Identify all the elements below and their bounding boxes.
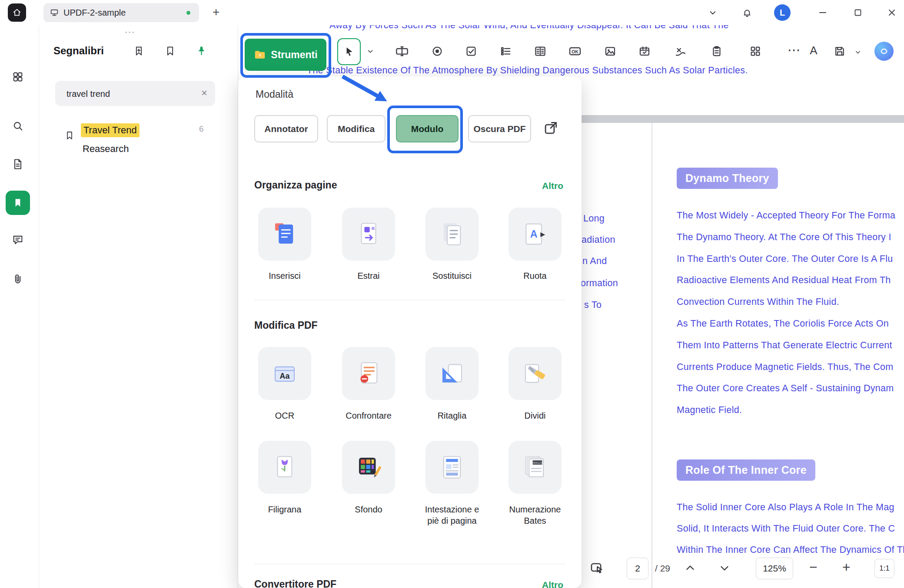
notifications-bell-icon[interactable] [738, 3, 757, 22]
modulo-highlight-box [387, 106, 463, 153]
tool-confrontare-label: Confrontare [338, 410, 399, 421]
tool-sfondo-tile[interactable] [342, 441, 395, 494]
bookmark-search-input[interactable] [66, 81, 193, 107]
save-chevron-icon[interactable] [848, 43, 867, 62]
bookmark-item-subtitle: Reasearch [83, 143, 129, 155]
clear-search-icon[interactable]: × [201, 87, 207, 99]
zoom-out-button[interactable]: − [809, 559, 818, 575]
doc-fragment: ormation [581, 278, 618, 289]
numerazione-bates-icon: 000123 [521, 453, 549, 482]
bookmarks-panel-icon-active[interactable] [6, 191, 30, 215]
convertitore-altro-link[interactable]: Altro [542, 580, 563, 588]
maximize-button[interactable] [848, 3, 867, 22]
font-tool-button[interactable]: A [804, 41, 823, 60]
annotation-arrow [338, 73, 395, 110]
cursor-icon [343, 46, 355, 57]
tool-sostituisci-tile[interactable] [425, 208, 479, 261]
select-tool-chevron-icon[interactable] [361, 42, 380, 61]
attachments-panel-icon[interactable] [12, 273, 24, 285]
radio-button-icon[interactable] [428, 42, 447, 61]
inserisci-icon [270, 220, 299, 248]
tool-filigrana-label: Filigrana [254, 504, 315, 515]
more-options-icon[interactable]: ⋯ [784, 40, 804, 59]
close-button[interactable] [882, 3, 901, 22]
page-up-icon[interactable] [681, 558, 700, 578]
strumenti-highlight-box [240, 33, 331, 78]
pin-icon[interactable] [196, 45, 207, 57]
bookmark-add-icon[interactable] [133, 45, 145, 57]
signature-field-icon[interactable] [671, 42, 690, 61]
actual-size-button[interactable]: 1:1 [874, 559, 894, 578]
tool-sostituisci-label: Sostituisci [422, 270, 482, 281]
tool-inserisci-tile[interactable] [258, 208, 311, 261]
minimize-button[interactable] [813, 3, 832, 22]
tool-confrontare-tile[interactable] [342, 347, 395, 400]
doc-fragment: adiation [582, 235, 615, 245]
dashboard-grid-icon[interactable] [12, 71, 24, 83]
tool-estrai-label: Estrai [338, 270, 399, 281]
mode-modifica-button[interactable]: Modifica [327, 115, 386, 142]
date-field-icon[interactable] [635, 42, 654, 61]
bookmark-search-box[interactable]: × [55, 81, 215, 106]
save-icon[interactable] [830, 42, 849, 61]
section-divider [254, 300, 565, 300]
bookmarks-panel: ⋯ Segnalibri × Travel Trend Reasearch 6 [39, 25, 238, 588]
doc-heading-inner-core: Role Of The Inner Core [677, 459, 815, 481]
svg-text:A: A [530, 228, 538, 240]
tool-intestazione-tile[interactable] [425, 441, 479, 494]
bookmarks-panel-title: Segnalibri [53, 45, 104, 57]
ok-stamp-icon[interactable]: OK [565, 42, 585, 61]
page-down-icon[interactable] [715, 558, 734, 578]
doc-fragment: n And [582, 256, 607, 267]
doc-heading-dynamo-theory: Dynamo Theory [677, 168, 778, 189]
sfondo-icon [354, 453, 383, 482]
open-in-window-icon[interactable] [542, 120, 559, 136]
tool-ruota-tile[interactable]: A [508, 208, 562, 261]
zoom-in-button[interactable]: + [842, 559, 851, 575]
doc-paragraph: The Solid Inner Core Also Plays A Role I… [677, 497, 904, 561]
mode-annotator-button[interactable]: Annotator [254, 115, 318, 142]
intestazione-icon [438, 453, 466, 482]
zoom-level-box[interactable]: 125% [756, 558, 793, 579]
tool-ritaglia-tile[interactable] [425, 347, 479, 400]
ai-assistant-icon[interactable] [874, 42, 894, 61]
left-rail [0, 25, 39, 588]
new-tab-button[interactable]: + [213, 5, 219, 19]
estrai-icon [354, 220, 383, 248]
list-form-icon[interactable] [496, 42, 515, 61]
tabs-chevron-icon[interactable] [703, 3, 722, 22]
mode-oscura-pdf-button[interactable]: Oscura PDF [468, 115, 531, 142]
updf-app: Away By Forces Such As The Solar Wind, A… [0, 0, 904, 588]
filigrana-icon [270, 453, 299, 482]
user-avatar[interactable]: L [774, 4, 791, 21]
layout-grid-icon[interactable] [746, 42, 765, 61]
tool-estrai-tile[interactable] [342, 208, 395, 261]
tool-numerazione-bates-label: Numerazione Bates [505, 504, 565, 526]
svg-text:000123: 000123 [532, 461, 542, 464]
home-button[interactable] [8, 3, 26, 22]
checkbox-icon[interactable] [462, 42, 481, 61]
clipboard-icon[interactable] [707, 42, 726, 61]
tool-dividi-tile[interactable] [508, 347, 562, 400]
document-tab[interactable]: UPDF-2-sample [43, 3, 199, 22]
pages-panel-icon[interactable] [12, 158, 24, 170]
text-field-icon[interactable] [392, 42, 412, 61]
select-tool-button[interactable] [337, 38, 361, 65]
tool-filigrana-tile[interactable] [258, 441, 311, 494]
monitor-icon [50, 8, 59, 17]
page-number-input[interactable]: 2 [627, 558, 648, 579]
bookmark-item-count: 6 [199, 124, 204, 134]
page-total-label: / 29 [655, 563, 670, 574]
page-fit-icon[interactable] [587, 558, 606, 578]
image-icon[interactable] [601, 42, 620, 61]
svg-text:OK: OK [572, 49, 578, 54]
comments-panel-icon[interactable] [12, 234, 24, 246]
text-columns-icon[interactable] [531, 42, 550, 61]
tool-ocr-tile[interactable]: Aa [258, 347, 311, 400]
confrontare-icon [354, 359, 383, 388]
bookmark-list-item[interactable]: Travel Trend Reasearch 6 [39, 120, 238, 162]
organizza-altro-link[interactable]: Altro [542, 181, 563, 191]
bookmark-icon[interactable] [164, 45, 176, 57]
tool-numerazione-bates-tile[interactable]: 000123 [508, 441, 562, 494]
search-panel-icon[interactable] [12, 120, 24, 132]
